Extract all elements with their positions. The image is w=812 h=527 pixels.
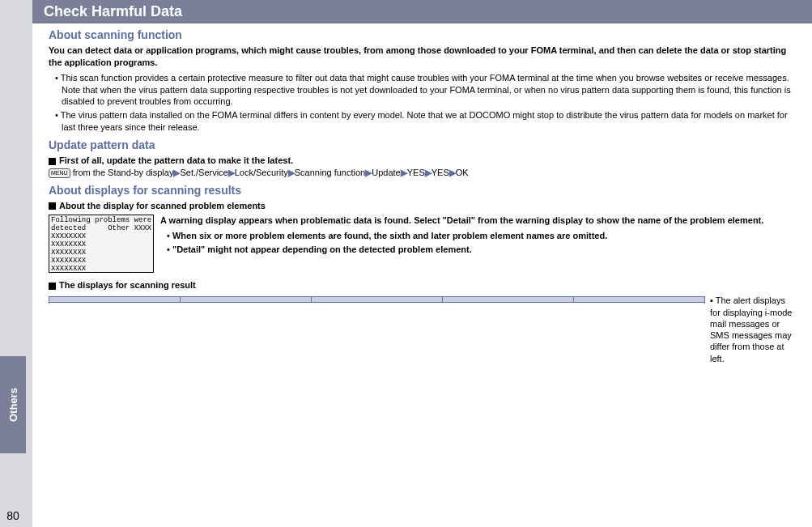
alert-header-0	[49, 297, 181, 303]
menu-icon: MENU	[49, 168, 70, 177]
update-sub: First of all, update the pattern data to…	[59, 155, 293, 165]
crumb-7: OK	[456, 168, 469, 177]
alert-header-4	[574, 297, 705, 303]
crumb-4: Update	[372, 168, 400, 177]
crumb-5: YES	[407, 168, 425, 177]
problem-note-2: "Detail" might not appear depending on t…	[167, 244, 796, 256]
crumb-0: from the Stand-by display	[73, 168, 174, 177]
heading-scanning: About scanning function	[49, 28, 796, 41]
crumb-2: Lock/Security	[235, 168, 288, 177]
heading-update: Update pattern data	[49, 138, 796, 151]
alert-header-2	[312, 297, 443, 303]
problem-row: Following problems were detected Other X…	[49, 215, 796, 273]
alert-header-1	[181, 297, 312, 303]
problem-elements-box: Following problems were detected Other X…	[49, 215, 154, 273]
problem-notes: When six or more problem elements are fo…	[160, 230, 796, 256]
heading-displays: About displays for scanning results	[49, 184, 796, 197]
problem-note-1: When six or more problem elements are fo…	[167, 230, 796, 242]
alert-table	[49, 296, 705, 303]
side-tab: Others	[0, 356, 26, 453]
note-right: • The alert displays for displaying i-mo…	[710, 295, 796, 364]
crumb-3: Scanning function	[295, 168, 365, 177]
square-bullet-icon	[49, 158, 56, 165]
square-bullet-icon	[49, 202, 56, 210]
problem-text: A warning display appears when problemat…	[160, 215, 796, 273]
scanning-bullets: This scan function provides a certain pr…	[49, 72, 796, 134]
problem-main: A warning display appears when problemat…	[160, 215, 796, 227]
displays-sub1: About the display for scanned problem el…	[49, 200, 796, 212]
page-number: 80	[0, 509, 26, 522]
update-row: First of all, update the pattern data to…	[49, 155, 796, 179]
scanning-bullet-1: This scan function provides a certain pr…	[55, 72, 796, 108]
crumb-6: YES	[432, 168, 449, 177]
result-wrap: • The alert displays for displaying i-mo…	[49, 295, 796, 364]
scanning-intro: You can detect data or application progr…	[49, 45, 796, 69]
page-title: Check Harmful Data	[32, 0, 812, 23]
scanning-bullet-2: The virus pattern data installed on the …	[55, 109, 796, 134]
crumb-1: Set./Service	[180, 168, 227, 177]
alert-header-3	[443, 297, 574, 303]
page-content: Check Harmful Data About scanning functi…	[32, 0, 812, 527]
displays-sub2: The displays for scanning result	[49, 279, 796, 291]
square-bullet-icon	[49, 283, 56, 290]
